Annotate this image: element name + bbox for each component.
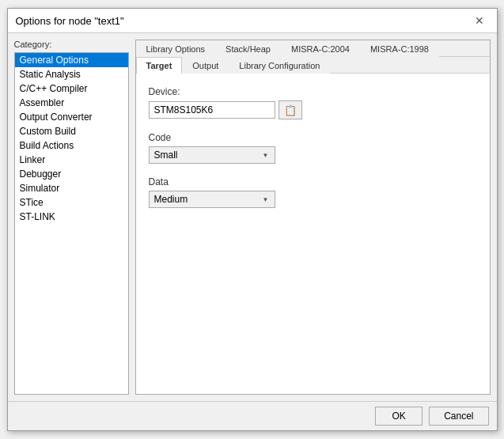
code-label: Code [149, 132, 477, 143]
tab-output[interactable]: Output [182, 57, 229, 74]
device-browse-button[interactable]: 📋 [279, 100, 302, 119]
data-field-group: Data SmallMediumLarge [149, 176, 477, 208]
sidebar-item-assembler[interactable]: Assembler [15, 96, 128, 110]
sidebar-item-build-actions[interactable]: Build Actions [15, 138, 128, 153]
device-row: 📋 [149, 100, 477, 119]
tab-library-options[interactable]: Library Options [136, 40, 216, 57]
code-select[interactable]: SmallMediumLarge [149, 146, 275, 164]
dialog-title: Options for node "text1" [16, 15, 124, 27]
tab-content-target: Device: 📋 Code SmallMediumLarge [136, 74, 490, 394]
sidebar-item-st-link[interactable]: ST-LINK [15, 210, 128, 224]
tab-misra-c2004[interactable]: MISRA-C:2004 [281, 40, 360, 57]
dialog-footer: OK Cancel [8, 401, 497, 430]
close-button[interactable]: ✕ [470, 13, 489, 28]
device-label: Device: [149, 86, 477, 97]
main-panel: Library OptionsStack/HeapMISRA-C:2004MIS… [135, 40, 491, 395]
tab-target[interactable]: Target [136, 57, 183, 74]
data-label: Data [149, 176, 477, 187]
sidebar-item-linker[interactable]: Linker [15, 153, 128, 167]
data-select[interactable]: SmallMediumLarge [149, 191, 275, 208]
tab-library-configuration[interactable]: Library Configuration [229, 57, 330, 74]
cancel-button[interactable]: Cancel [429, 407, 488, 426]
dialog-body: Category: General OptionsStatic Analysis… [8, 33, 497, 401]
sidebar: Category: General OptionsStatic Analysis… [14, 40, 129, 395]
tab-misra-c1998[interactable]: MISRA-C:1998 [360, 40, 439, 57]
sidebar-item-output-converter[interactable]: Output Converter [15, 110, 128, 124]
data-select-wrapper: SmallMediumLarge [149, 191, 275, 208]
sidebar-list: General OptionsStatic AnalysisC/C++ Comp… [14, 52, 129, 395]
tabs-row-2: TargetOutputLibrary Configuration [136, 57, 490, 74]
ok-button[interactable]: OK [375, 407, 423, 426]
code-select-wrapper: SmallMediumLarge [149, 146, 275, 164]
tab-stack-heap[interactable]: Stack/Heap [215, 40, 281, 57]
tabs-row-1: Library OptionsStack/HeapMISRA-C:2004MIS… [136, 40, 490, 57]
title-bar: Options for node "text1" ✕ [8, 9, 497, 33]
sidebar-item-stice[interactable]: STice [15, 195, 128, 210]
device-input[interactable] [149, 101, 275, 119]
browse-icon: 📋 [284, 104, 297, 116]
sidebar-item-custom-build[interactable]: Custom Build [15, 124, 128, 138]
code-field-group: Code SmallMediumLarge [149, 132, 477, 164]
device-field-group: Device: 📋 [149, 86, 477, 119]
category-label: Category: [14, 40, 129, 49]
sidebar-item-simulator[interactable]: Simulator [15, 181, 128, 195]
dialog: Options for node "text1" ✕ Category: Gen… [7, 8, 498, 431]
sidebar-item-general-options[interactable]: General Options [15, 53, 128, 67]
sidebar-item-debugger[interactable]: Debugger [15, 167, 128, 181]
sidebar-item-cpp-compiler[interactable]: C/C++ Compiler [15, 81, 128, 96]
sidebar-item-static-analysis[interactable]: Static Analysis [15, 67, 128, 81]
